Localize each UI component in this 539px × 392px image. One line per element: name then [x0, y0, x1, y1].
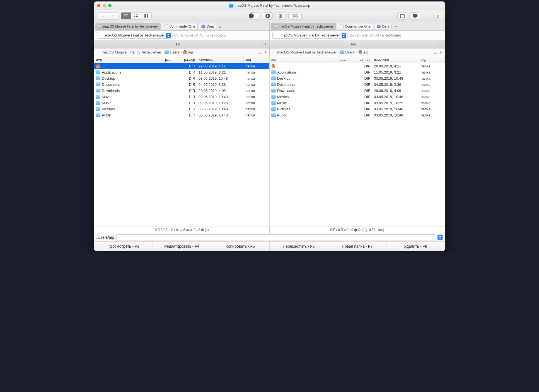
col-size[interactable]: ра…ер — [353, 56, 372, 63]
folder-icon — [96, 107, 100, 111]
file-listing-right[interactable]: ..DIR29.06.2019, 4:11папкаApplicationsDI… — [270, 63, 445, 226]
status-left: 0 Б / 0 Б в 0 / 0 файл(ы). 0 / 8 dir(s) — [94, 227, 269, 233]
favorite-icon[interactable]: ★ — [439, 50, 443, 54]
file-row[interactable]: ApplicationsDIR11.05.2019, 3:21папка — [270, 69, 445, 75]
col-ext[interactable]: р.... — [163, 56, 178, 63]
file-row[interactable]: DocumentsDIR04.05.2019, 3:36папка — [94, 81, 269, 87]
file-row[interactable]: MusicDIR09.05.2019, 10:25папка — [94, 100, 269, 106]
file-row[interactable]: ..DIR29.06.2019, 4:11папка — [94, 63, 269, 69]
folder-icon — [271, 95, 276, 99]
left-location-tabs: macOS Mojave Final by Techsviewer Comman… — [94, 22, 269, 30]
archive-button[interactable] — [397, 12, 407, 20]
tab-network-left[interactable]: Сеть — [199, 23, 217, 30]
tab-network-right[interactable]: Сеть — [374, 23, 392, 30]
drive-select-left[interactable]: macOS Mojave Final by Techsviewer — [97, 32, 172, 39]
view-mode-full[interactable] — [121, 13, 131, 19]
list-icon[interactable]: ☰ — [258, 50, 262, 54]
cell-kind: папка — [244, 101, 269, 105]
minimize-icon[interactable] — [103, 4, 106, 7]
fkey-delete[interactable]: Удалить - F8 — [386, 242, 445, 251]
fkey-move[interactable]: Переместить - F6 — [270, 242, 328, 251]
crumb-aip[interactable]: aip — [358, 50, 368, 54]
drive-icon — [96, 50, 101, 54]
cell-kind: папка — [244, 82, 269, 87]
crumb-users[interactable]: Users — [340, 50, 355, 54]
col-modified[interactable]: изменено — [372, 56, 419, 63]
file-row[interactable]: DownloadsDIR29.06.2019, 4:09папка — [94, 87, 269, 94]
col-name[interactable]: имя⌃ — [270, 56, 339, 63]
col-name[interactable]: имя⌃ — [94, 56, 163, 63]
command-input[interactable] — [116, 234, 435, 240]
crumb-users[interactable]: Users — [165, 50, 179, 54]
view-mode-thumbs[interactable] — [141, 13, 151, 19]
file-row[interactable]: DesktopDIR03.05.2019, 10:48папка — [270, 75, 445, 81]
file-row[interactable]: DocumentsDIR04.05.2019, 3:36папка — [270, 81, 445, 87]
folder-tab-left[interactable]: aip — [94, 40, 262, 48]
crumb-root[interactable]: macOS Mojave Final by Techsviewer — [96, 50, 161, 54]
preview-button[interactable] — [275, 12, 286, 20]
col-kind[interactable]: вид — [244, 56, 269, 63]
new-tab-right[interactable]: + — [437, 40, 445, 48]
col-label: ра…ер — [184, 58, 195, 62]
col-size[interactable]: ра…ер — [178, 56, 197, 63]
search-button[interactable] — [288, 12, 302, 20]
fkey-copy[interactable]: Копировать - F5 — [211, 242, 270, 251]
view-mode-brief[interactable] — [131, 13, 141, 19]
col-label: ра…ер — [359, 58, 370, 62]
file-row[interactable]: MoviesDIR03.05.2019, 10:48папка — [270, 94, 445, 100]
history-dropdown[interactable] — [438, 235, 443, 240]
cell-size: DIR — [178, 76, 197, 81]
cell-size: DIR — [178, 70, 197, 74]
cell-name: .. — [270, 64, 339, 68]
tab-drive-left[interactable]: macOS Mojave Final by Techsviewer — [95, 23, 161, 30]
downloads-button[interactable] — [434, 12, 441, 20]
tab-commander-left[interactable]: Commander One — [162, 23, 198, 30]
col-label: р.... — [165, 58, 171, 62]
tabs-overflow-right[interactable]: » — [393, 24, 398, 29]
info-button[interactable]: i — [263, 12, 273, 20]
tab-drive-right[interactable]: macOS Mojave Final by Techsviewer — [271, 23, 336, 30]
titlebar[interactable]: macOS Mojave Final by Techsviewer/Users/… — [94, 2, 445, 9]
fkey-view[interactable]: Просмотреть - F3 — [94, 242, 153, 251]
file-row[interactable]: MoviesDIR03.05.2019, 10:48папка — [94, 94, 269, 100]
file-row[interactable]: PicturesDIR03.05.2019, 10:48папка — [270, 106, 445, 112]
folder-icon — [96, 82, 100, 86]
col-ext[interactable]: р.... — [339, 56, 353, 63]
svg-rect-18 — [414, 17, 416, 18]
svg-rect-17 — [413, 14, 417, 17]
crumb-aip[interactable]: aip — [183, 50, 193, 54]
cell-kind: папка — [244, 64, 269, 68]
new-tab-left[interactable]: + — [262, 40, 269, 48]
crumb-label: macOS Mojave Final by Techsviewer — [277, 50, 337, 54]
drive-select-right[interactable]: macOS Mojave Final by Techsviewer — [272, 32, 347, 39]
file-row[interactable]: PublicDIR03.05.2019, 10:48папка — [270, 112, 445, 118]
file-row[interactable]: ..DIR29.06.2019, 4:11папка — [270, 63, 445, 69]
tabs-overflow-left[interactable]: » — [217, 24, 223, 29]
connections-button[interactable] — [410, 12, 420, 20]
file-row[interactable]: MusicDIR09.05.2019, 10:25папка — [270, 100, 445, 106]
crumb-root[interactable]: macOS Mojave Final by Techsviewer — [272, 50, 337, 54]
folder-tab-right[interactable]: aip — [270, 40, 437, 48]
file-row[interactable]: PicturesDIR03.05.2019, 10:48папка — [94, 106, 269, 112]
favorite-icon[interactable]: ★ — [264, 50, 267, 54]
close-icon[interactable] — [97, 4, 100, 7]
file-row[interactable]: PublicDIR03.05.2019, 10:48папка — [94, 112, 269, 118]
back-button[interactable]: ‹ — [98, 13, 108, 19]
col-modified[interactable]: изменено — [197, 56, 244, 63]
cell-name: Desktop — [270, 76, 339, 81]
file-listing-left[interactable]: ..DIR29.06.2019, 4:11папкаApplicationsDI… — [94, 63, 269, 226]
queue-toggle[interactable] — [248, 12, 260, 20]
list-icon[interactable]: ☰ — [434, 50, 437, 54]
zoom-icon[interactable] — [108, 4, 112, 7]
tab-commander-right[interactable]: Commander One — [337, 23, 373, 30]
forward-button[interactable]: › — [108, 13, 118, 19]
svg-point-12 — [280, 15, 281, 17]
file-row[interactable]: DownloadsDIR29.06.2019, 4:09папка — [270, 87, 445, 94]
file-row[interactable]: DesktopDIR03.05.2019, 10:48папка — [94, 75, 269, 81]
folder-icon — [96, 95, 100, 99]
fkey-mkdir[interactable]: Новая папка - F7 — [328, 242, 387, 251]
cell-name: Applications — [94, 70, 163, 74]
col-kind[interactable]: вид — [419, 56, 445, 63]
file-row[interactable]: ApplicationsDIR11.05.2019, 3:21папка — [94, 69, 269, 75]
fkey-edit[interactable]: Редактировать - F4 — [153, 242, 211, 251]
